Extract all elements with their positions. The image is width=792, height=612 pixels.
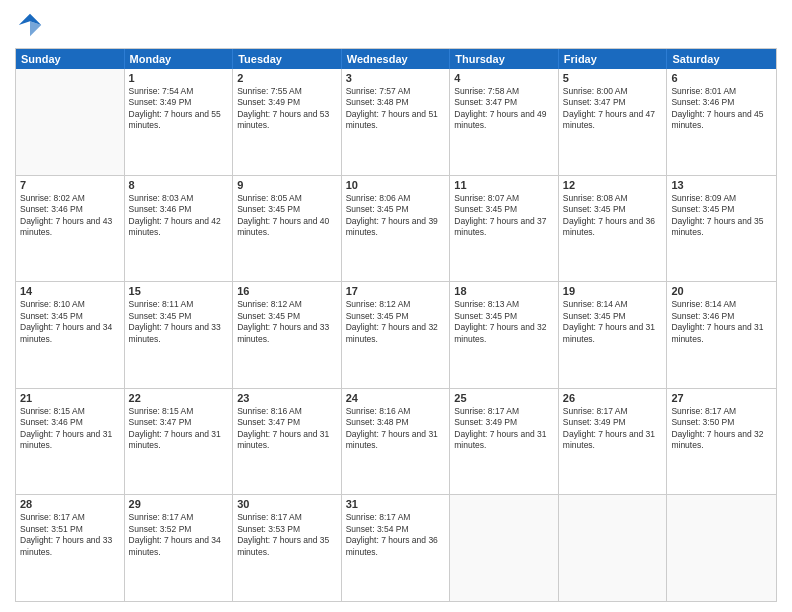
daylight-text: Daylight: 7 hours and 31 minutes. <box>346 429 446 452</box>
calendar-week-1: 1 Sunrise: 7:54 AM Sunset: 3:49 PM Dayli… <box>16 69 776 176</box>
daylight-text: Daylight: 7 hours and 35 minutes. <box>237 535 337 558</box>
calendar-cell-w4d7: 27 Sunrise: 8:17 AM Sunset: 3:50 PM Dayl… <box>667 389 776 495</box>
cell-info: Sunrise: 8:05 AM Sunset: 3:45 PM Dayligh… <box>237 193 337 239</box>
day-number: 2 <box>237 72 337 84</box>
calendar-week-5: 28 Sunrise: 8:17 AM Sunset: 3:51 PM Dayl… <box>16 495 776 601</box>
sunset-text: Sunset: 3:54 PM <box>346 524 446 535</box>
sunset-text: Sunset: 3:45 PM <box>454 311 554 322</box>
cell-info: Sunrise: 8:15 AM Sunset: 3:46 PM Dayligh… <box>20 406 120 452</box>
calendar-cell-w4d3: 23 Sunrise: 8:16 AM Sunset: 3:47 PM Dayl… <box>233 389 342 495</box>
sunrise-text: Sunrise: 8:16 AM <box>237 406 337 417</box>
calendar-cell-w1d4: 3 Sunrise: 7:57 AM Sunset: 3:48 PM Dayli… <box>342 69 451 175</box>
daylight-text: Daylight: 7 hours and 35 minutes. <box>671 216 772 239</box>
sunset-text: Sunset: 3:47 PM <box>237 417 337 428</box>
cell-info: Sunrise: 8:14 AM Sunset: 3:45 PM Dayligh… <box>563 299 663 345</box>
sunset-text: Sunset: 3:45 PM <box>346 204 446 215</box>
day-number: 7 <box>20 179 120 191</box>
sunrise-text: Sunrise: 8:12 AM <box>346 299 446 310</box>
cell-info: Sunrise: 8:08 AM Sunset: 3:45 PM Dayligh… <box>563 193 663 239</box>
day-number: 5 <box>563 72 663 84</box>
cell-info: Sunrise: 8:14 AM Sunset: 3:46 PM Dayligh… <box>671 299 772 345</box>
sunset-text: Sunset: 3:45 PM <box>20 311 120 322</box>
calendar-cell-w2d4: 10 Sunrise: 8:06 AM Sunset: 3:45 PM Dayl… <box>342 176 451 282</box>
daylight-text: Daylight: 7 hours and 31 minutes. <box>237 429 337 452</box>
calendar-cell-w4d2: 22 Sunrise: 8:15 AM Sunset: 3:47 PM Dayl… <box>125 389 234 495</box>
sunset-text: Sunset: 3:49 PM <box>129 97 229 108</box>
daylight-text: Daylight: 7 hours and 31 minutes. <box>563 322 663 345</box>
daylight-text: Daylight: 7 hours and 42 minutes. <box>129 216 229 239</box>
calendar-cell-w1d5: 4 Sunrise: 7:58 AM Sunset: 3:47 PM Dayli… <box>450 69 559 175</box>
calendar-cell-w4d5: 25 Sunrise: 8:17 AM Sunset: 3:49 PM Dayl… <box>450 389 559 495</box>
sunrise-text: Sunrise: 8:17 AM <box>563 406 663 417</box>
calendar-week-4: 21 Sunrise: 8:15 AM Sunset: 3:46 PM Dayl… <box>16 389 776 496</box>
sunrise-text: Sunrise: 8:17 AM <box>671 406 772 417</box>
cell-info: Sunrise: 8:15 AM Sunset: 3:47 PM Dayligh… <box>129 406 229 452</box>
day-number: 11 <box>454 179 554 191</box>
calendar-cell-w4d1: 21 Sunrise: 8:15 AM Sunset: 3:46 PM Dayl… <box>16 389 125 495</box>
daylight-text: Daylight: 7 hours and 37 minutes. <box>454 216 554 239</box>
cell-info: Sunrise: 7:57 AM Sunset: 3:48 PM Dayligh… <box>346 86 446 132</box>
sunset-text: Sunset: 3:45 PM <box>563 204 663 215</box>
sunset-text: Sunset: 3:52 PM <box>129 524 229 535</box>
sunrise-text: Sunrise: 8:08 AM <box>563 193 663 204</box>
sunset-text: Sunset: 3:46 PM <box>671 97 772 108</box>
sunset-text: Sunset: 3:48 PM <box>346 417 446 428</box>
cell-info: Sunrise: 8:17 AM Sunset: 3:51 PM Dayligh… <box>20 512 120 558</box>
cell-info: Sunrise: 8:11 AM Sunset: 3:45 PM Dayligh… <box>129 299 229 345</box>
daylight-text: Daylight: 7 hours and 49 minutes. <box>454 109 554 132</box>
calendar: Sunday Monday Tuesday Wednesday Thursday… <box>15 48 777 602</box>
calendar-cell-w2d2: 8 Sunrise: 8:03 AM Sunset: 3:46 PM Dayli… <box>125 176 234 282</box>
cell-info: Sunrise: 8:17 AM Sunset: 3:53 PM Dayligh… <box>237 512 337 558</box>
day-number: 26 <box>563 392 663 404</box>
header-saturday: Saturday <box>667 49 776 69</box>
calendar-cell-w4d4: 24 Sunrise: 8:16 AM Sunset: 3:48 PM Dayl… <box>342 389 451 495</box>
day-number: 15 <box>129 285 229 297</box>
calendar-cell-w5d7 <box>667 495 776 601</box>
cell-info: Sunrise: 8:17 AM Sunset: 3:49 PM Dayligh… <box>454 406 554 452</box>
sunset-text: Sunset: 3:47 PM <box>129 417 229 428</box>
calendar-cell-w5d5 <box>450 495 559 601</box>
calendar-cell-w2d3: 9 Sunrise: 8:05 AM Sunset: 3:45 PM Dayli… <box>233 176 342 282</box>
sunset-text: Sunset: 3:45 PM <box>237 311 337 322</box>
daylight-text: Daylight: 7 hours and 51 minutes. <box>346 109 446 132</box>
day-number: 25 <box>454 392 554 404</box>
calendar-header: Sunday Monday Tuesday Wednesday Thursday… <box>16 49 776 69</box>
calendar-cell-w2d7: 13 Sunrise: 8:09 AM Sunset: 3:45 PM Dayl… <box>667 176 776 282</box>
calendar-cell-w3d1: 14 Sunrise: 8:10 AM Sunset: 3:45 PM Dayl… <box>16 282 125 388</box>
sunrise-text: Sunrise: 7:55 AM <box>237 86 337 97</box>
calendar-cell-w3d2: 15 Sunrise: 8:11 AM Sunset: 3:45 PM Dayl… <box>125 282 234 388</box>
sunset-text: Sunset: 3:46 PM <box>20 417 120 428</box>
day-number: 9 <box>237 179 337 191</box>
sunrise-text: Sunrise: 8:17 AM <box>129 512 229 523</box>
calendar-cell-w5d2: 29 Sunrise: 8:17 AM Sunset: 3:52 PM Dayl… <box>125 495 234 601</box>
calendar-cell-w1d6: 5 Sunrise: 8:00 AM Sunset: 3:47 PM Dayli… <box>559 69 668 175</box>
sunrise-text: Sunrise: 8:14 AM <box>563 299 663 310</box>
sunrise-text: Sunrise: 8:03 AM <box>129 193 229 204</box>
cell-info: Sunrise: 8:09 AM Sunset: 3:45 PM Dayligh… <box>671 193 772 239</box>
sunset-text: Sunset: 3:47 PM <box>563 97 663 108</box>
day-number: 22 <box>129 392 229 404</box>
sunrise-text: Sunrise: 8:17 AM <box>346 512 446 523</box>
sunrise-text: Sunrise: 8:02 AM <box>20 193 120 204</box>
sunset-text: Sunset: 3:46 PM <box>129 204 229 215</box>
sunset-text: Sunset: 3:45 PM <box>671 204 772 215</box>
sunset-text: Sunset: 3:46 PM <box>671 311 772 322</box>
daylight-text: Daylight: 7 hours and 32 minutes. <box>671 429 772 452</box>
calendar-cell-w3d6: 19 Sunrise: 8:14 AM Sunset: 3:45 PM Dayl… <box>559 282 668 388</box>
daylight-text: Daylight: 7 hours and 36 minutes. <box>563 216 663 239</box>
day-number: 31 <box>346 498 446 510</box>
cell-info: Sunrise: 8:12 AM Sunset: 3:45 PM Dayligh… <box>346 299 446 345</box>
sunrise-text: Sunrise: 8:00 AM <box>563 86 663 97</box>
sunset-text: Sunset: 3:49 PM <box>563 417 663 428</box>
sunrise-text: Sunrise: 7:57 AM <box>346 86 446 97</box>
cell-info: Sunrise: 8:16 AM Sunset: 3:47 PM Dayligh… <box>237 406 337 452</box>
cell-info: Sunrise: 8:02 AM Sunset: 3:46 PM Dayligh… <box>20 193 120 239</box>
daylight-text: Daylight: 7 hours and 33 minutes. <box>129 322 229 345</box>
calendar-cell-w2d1: 7 Sunrise: 8:02 AM Sunset: 3:46 PM Dayli… <box>16 176 125 282</box>
day-number: 19 <box>563 285 663 297</box>
daylight-text: Daylight: 7 hours and 47 minutes. <box>563 109 663 132</box>
cell-info: Sunrise: 8:17 AM Sunset: 3:50 PM Dayligh… <box>671 406 772 452</box>
daylight-text: Daylight: 7 hours and 39 minutes. <box>346 216 446 239</box>
sunset-text: Sunset: 3:46 PM <box>20 204 120 215</box>
sunrise-text: Sunrise: 7:54 AM <box>129 86 229 97</box>
